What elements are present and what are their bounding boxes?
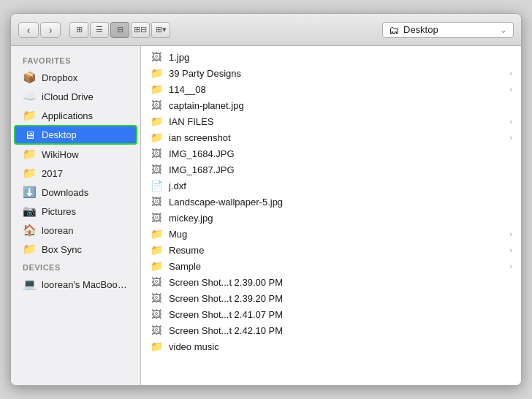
sidebar-item-label: loorean: [42, 225, 73, 236]
file-name: Screen Shot...t 2.42.10 PM: [169, 325, 512, 336]
sidebar-item-pictures[interactable]: 📷 Pictures: [11, 202, 140, 221]
sidebar-item-label: 2017: [42, 168, 63, 179]
file-row[interactable]: 🖼 IMG_1687.JPG: [141, 162, 521, 178]
file-row[interactable]: 📁 ian screenshot ›: [141, 129, 521, 145]
file-row[interactable]: 🖼 captain-planet.jpg: [141, 97, 521, 113]
file-list: 🖼 1.jpg 📁 39 Party Designs › 📁 114__08 ›…: [141, 46, 521, 385]
file-row[interactable]: 📁 39 Party Designs ›: [141, 65, 521, 81]
file-row[interactable]: 📁 video music: [141, 338, 521, 354]
file-icon: 🖼: [150, 51, 163, 63]
file-arrow: ›: [509, 85, 512, 94]
sidebar-item-label: iCloud Drive: [42, 91, 94, 102]
file-row[interactable]: 📁 Mug ›: [141, 226, 521, 242]
pictures-icon: 📷: [23, 205, 36, 218]
file-name: Screen Shot...t 2.41.07 PM: [169, 309, 512, 320]
file-icon: 📁: [150, 83, 163, 95]
file-icon: 📄: [150, 180, 163, 191]
downloads-icon: ⬇️: [23, 186, 36, 199]
sidebar-item-icloud[interactable]: ☁️ iCloud Drive: [11, 87, 140, 106]
file-row[interactable]: 🖼 Screen Shot...t 2.42.10 PM: [141, 322, 521, 338]
sidebar-item-2017[interactable]: 📁 2017: [11, 164, 140, 183]
view-icon-button[interactable]: ⊞: [69, 22, 88, 38]
file-name: Resume: [169, 245, 503, 256]
toolbar: ‹ › ⊞ ☰ ⊟ ⊞⊟ ⊞▾ 🗂 Deskt: [11, 14, 521, 46]
boxsync-icon: 📁: [23, 243, 36, 256]
nav-buttons: ‹ ›: [18, 22, 61, 38]
file-row[interactable]: 📁 114__08 ›: [141, 81, 521, 97]
file-name: mickey.jpg: [169, 213, 512, 224]
location-arrows: ⌄: [500, 25, 507, 35]
file-name: Screen Shot...t 2.39.20 PM: [169, 293, 512, 304]
sidebar-item-label: loorean's MacBoo…: [42, 279, 127, 290]
file-row[interactable]: 🖼 Screen Shot...t 2.41.07 PM: [141, 306, 521, 322]
dropbox-icon: 📦: [23, 71, 36, 84]
file-row[interactable]: 🖼 mickey.jpg: [141, 210, 521, 226]
file-row[interactable]: 📁 Resume ›: [141, 242, 521, 258]
view-group-button[interactable]: ⊞▾: [151, 22, 170, 38]
file-row[interactable]: 🖼 Screen Shot...t 2.39.20 PM: [141, 290, 521, 306]
sidebar-item-dropbox[interactable]: 📦 Dropbox: [11, 68, 140, 87]
file-name: video music: [169, 341, 512, 352]
location-bar[interactable]: 🗂 Desktop ⌄: [382, 22, 514, 38]
file-name: IMG_1684.JPG: [169, 148, 512, 159]
file-name: IAN FILES: [169, 116, 503, 127]
forward-button[interactable]: ›: [40, 22, 61, 38]
file-row[interactable]: 📁 IAN FILES ›: [141, 113, 521, 129]
file-row[interactable]: 🖼 Screen Shot...t 2.39.00 PM: [141, 274, 521, 290]
finder-window: ‹ › ⊞ ☰ ⊟ ⊞⊟ ⊞▾ 🗂 Deskt: [10, 13, 522, 386]
view-column-button[interactable]: ⊟: [110, 22, 129, 38]
back-button[interactable]: ‹: [18, 22, 39, 38]
macbook-icon: 💻: [23, 278, 36, 291]
file-icon: 🖼: [150, 148, 163, 159]
file-icon: 🖼: [150, 324, 163, 336]
file-name: j.dxf: [169, 180, 512, 191]
loorean-icon: 🏠: [23, 224, 36, 237]
sidebar-item-label: WikiHow: [42, 149, 79, 160]
file-arrow: ›: [509, 246, 512, 254]
sidebar-item-label: Downloads: [42, 187, 88, 198]
file-row[interactable]: 🖼 1.jpg: [141, 49, 521, 65]
file-icon: 📁: [150, 132, 163, 143]
file-row[interactable]: 📄 j.dxf: [141, 178, 521, 194]
sidebar-item-label: Applications: [42, 110, 93, 121]
file-name: captain-planet.jpg: [169, 100, 512, 111]
file-arrow: ›: [509, 69, 512, 77]
file-name: 1.jpg: [169, 52, 512, 63]
file-icon: 📁: [150, 244, 163, 256]
sidebar-item-desktop[interactable]: 🖥 Desktop: [14, 125, 137, 145]
desktop-icon: 🖥: [23, 129, 36, 141]
sidebar-item-label: Box Sync: [42, 244, 82, 255]
sidebar-item-loorean[interactable]: 🏠 loorean: [11, 221, 140, 240]
view-buttons: ⊞ ☰ ⊟ ⊞⊟ ⊞▾: [69, 22, 170, 38]
location-name: Desktop: [403, 24, 495, 35]
file-name: IMG_1687.JPG: [169, 164, 512, 175]
file-row[interactable]: 📁 Sample ›: [141, 258, 521, 274]
file-icon: 📁: [150, 260, 163, 272]
view-cover-button[interactable]: ⊞⊟: [131, 22, 150, 38]
2017-icon: 📁: [23, 167, 36, 180]
file-row[interactable]: 🖼 IMG_1684.JPG: [141, 145, 521, 162]
applications-icon: 📁: [23, 109, 36, 122]
file-name: Sample: [169, 261, 503, 272]
file-icon: 📁: [150, 115, 163, 127]
sidebar-item-macbook[interactable]: 💻 loorean's MacBoo…: [11, 275, 140, 294]
sidebar-item-wikihow[interactable]: 📁 WikiHow: [11, 145, 140, 164]
favorites-label: Favorites: [11, 52, 140, 68]
file-arrow: ›: [509, 262, 512, 270]
sidebar-item-downloads[interactable]: ⬇️ Downloads: [11, 183, 140, 202]
file-row[interactable]: 🖼 Landscape-wallpaper-5.jpg: [141, 194, 521, 210]
sidebar-item-boxsync[interactable]: 📁 Box Sync: [11, 240, 140, 259]
sidebar-item-applications[interactable]: 📁 Applications: [11, 106, 140, 125]
content-area: Favorites 📦 Dropbox ☁️ iCloud Drive 📁 Ap…: [11, 46, 521, 385]
sidebar-item-label: Dropbox: [42, 72, 77, 83]
file-arrow: ›: [509, 133, 512, 142]
file-icon: 🖼: [150, 308, 163, 320]
devices-label: Devices: [11, 259, 140, 275]
sidebar-item-label: Pictures: [42, 206, 76, 217]
file-name: Mug: [169, 229, 503, 240]
view-list-button[interactable]: ☰: [90, 22, 109, 38]
file-icon: 🖼: [150, 292, 163, 304]
file-arrow: ›: [509, 117, 512, 126]
file-name: 39 Party Designs: [169, 68, 503, 79]
location-icon: 🗂: [389, 24, 399, 36]
